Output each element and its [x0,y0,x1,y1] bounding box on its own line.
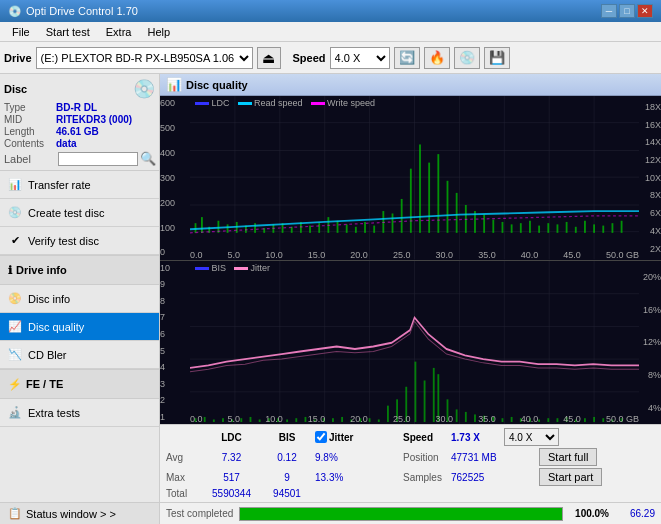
quality-header: 📊 Disc quality [160,74,661,96]
burn-button[interactable]: 🔥 [424,47,450,69]
svg-rect-51 [520,223,522,233]
nav-fe-te-label: FE / TE [26,378,63,390]
nav-extra-tests-label: Extra tests [28,407,80,419]
nav-extra-tests[interactable]: 🔬 Extra tests [0,399,159,427]
jitter-checkbox[interactable] [315,431,327,443]
stats-max-row: Max 517 9 13.3% Samples 762525 Start par… [166,468,655,486]
app-icon: 💿 [8,5,22,18]
svg-rect-33 [355,227,357,233]
quality-title: Disc quality [186,79,248,91]
position-value: 47731 MB [451,452,531,463]
speed-select[interactable]: 4.0 X [330,47,390,69]
bis-total: 94501 [267,488,307,499]
progress-value: 66.29 [615,508,655,519]
cd-bler-icon: 📉 [8,348,22,362]
media-button[interactable]: 💿 [454,47,480,69]
svg-rect-55 [557,224,559,232]
label-input[interactable] [58,152,138,166]
svg-rect-62 [621,221,623,233]
close-button[interactable]: ✕ [637,4,653,18]
chart2-svg [190,261,639,425]
svg-rect-48 [492,220,494,233]
label-row: Label 🔍 [4,151,155,166]
save-button[interactable]: 💾 [484,47,510,69]
svg-rect-22 [254,223,256,233]
extra-tests-icon: 🔬 [8,406,22,420]
svg-rect-29 [318,223,320,233]
speed-stat-select[interactable]: 4.0 X [504,428,559,446]
bis-header: BIS [267,432,307,443]
svg-rect-59 [593,224,595,232]
speed-label: Speed [293,52,326,64]
disc-length-row: Length 46.61 GB [4,126,155,137]
total-label: Total [166,488,196,499]
nav-drive-info[interactable]: ℹ Drive info [0,255,159,285]
label-icon[interactable]: 🔍 [140,151,156,166]
disc-quality-icon: 📈 [8,320,22,334]
start-part-button[interactable]: Start part [539,468,602,486]
svg-rect-31 [337,221,339,233]
progress-section: Test completed 100.0% 66.29 [160,502,661,524]
chart1-container: 600 500 400 300 200 100 0 18X 16X 14X 12… [160,96,661,261]
svg-rect-19 [227,224,229,232]
disc-type-val: BD-R DL [56,102,97,113]
start-full-button[interactable]: Start full [539,448,597,466]
nav-transfer-rate[interactable]: 📊 Transfer rate [0,171,159,199]
chart2-x-axis: 0.05.010.015.020.025.030.035.040.045.050… [190,414,639,424]
nav-cd-bler[interactable]: 📉 CD Bler [0,341,159,369]
disc-mid-row: MID RITEKDR3 (000) [4,114,155,125]
chart1-x-axis: 0.05.010.015.020.025.030.035.040.045.050… [190,250,639,260]
menu-help[interactable]: Help [139,24,178,40]
chart2-container: 10 9 8 7 6 5 4 3 2 1 20% 16% 12% 8% [160,261,661,425]
drive-label: Drive [4,52,32,64]
window-controls: ─ □ ✕ [601,4,653,18]
svg-rect-53 [538,226,540,233]
menu-extra[interactable]: Extra [98,24,140,40]
nav-create-disc-label: Create test disc [28,207,104,219]
svg-rect-16 [201,217,203,233]
maximize-button[interactable]: □ [619,4,635,18]
svg-rect-32 [346,224,348,232]
nav-transfer-rate-label: Transfer rate [28,179,91,191]
disc-contents-key: Contents [4,138,56,149]
transfer-rate-icon: 📊 [8,178,22,192]
chart2-y-left: 10 9 8 7 6 5 4 3 2 1 [160,261,190,425]
svg-rect-49 [502,222,504,233]
status-window[interactable]: 📋 Status window > > [0,502,159,524]
jitter-avg: 9.8% [315,452,395,463]
charts-area: 600 500 400 300 200 100 0 18X 16X 14X 12… [160,96,661,424]
eject-button[interactable]: ⏏ [257,47,281,69]
svg-rect-101 [415,361,417,421]
nav-disc-quality[interactable]: 📈 Disc quality [0,313,159,341]
refresh-button[interactable]: 🔄 [394,47,420,69]
disc-mid-key: MID [4,114,56,125]
nav-fe-te[interactable]: ⚡ FE / TE [0,369,159,399]
avg-label: Avg [166,452,196,463]
menubar: File Start test Extra Help [0,22,661,42]
svg-rect-43 [447,181,449,233]
svg-rect-58 [584,221,586,233]
menu-start-test[interactable]: Start test [38,24,98,40]
stats-total-row: Total 5590344 94501 [166,488,655,499]
progress-bar-outer [239,507,563,521]
nav-disc-info[interactable]: 📀 Disc info [0,285,159,313]
minimize-button[interactable]: ─ [601,4,617,18]
menu-file[interactable]: File [4,24,38,40]
drive-select[interactable]: (E:) PLEXTOR BD-R PX-LB950SA 1.06 [36,47,253,69]
main-layout: Disc 💿 Type BD-R DL MID RITEKDR3 (000) L… [0,74,661,524]
samples-label: Samples [403,472,443,483]
disc-title: Disc [4,83,27,95]
quality-header-icon: 📊 [166,77,182,92]
disc-panel: Disc 💿 Type BD-R DL MID RITEKDR3 (000) L… [0,74,159,171]
nav-verify-test-disc[interactable]: ✔ Verify test disc [0,227,159,255]
nav-verify-disc-label: Verify test disc [28,235,99,247]
svg-rect-38 [401,199,403,233]
disc-length-val: 46.61 GB [56,126,99,137]
drive-info-icon: ℹ [8,264,12,277]
nav-create-test-disc[interactable]: 💿 Create test disc [0,199,159,227]
disc-length-key: Length [4,126,56,137]
stats-header: LDC BIS Jitter Speed 1.73 X 4.0 X [166,428,655,446]
svg-rect-57 [575,227,577,233]
svg-rect-56 [566,222,568,233]
svg-rect-40 [419,144,421,232]
